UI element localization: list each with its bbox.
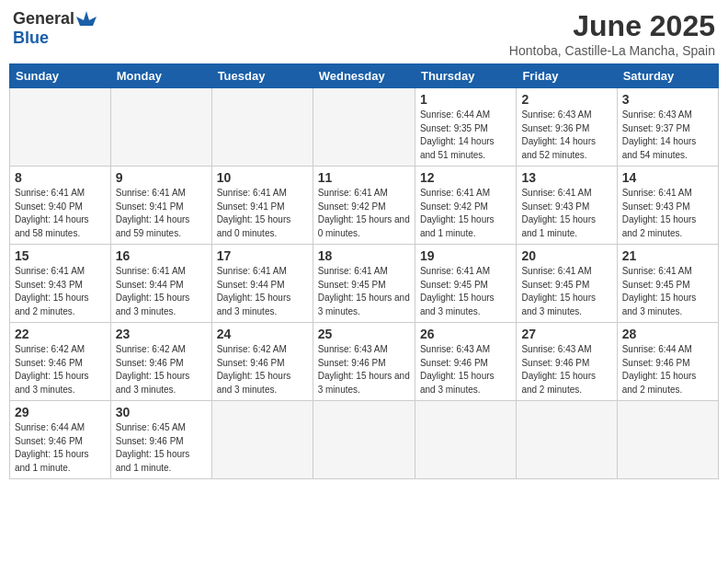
day-info: Sunrise: 6:41 AM Sunset: 9:43 PM Dayligh…	[15, 265, 106, 318]
day-number: 29	[15, 405, 106, 419]
day-number: 1	[420, 92, 511, 107]
calendar-cell: 3Sunrise: 6:43 AM Sunset: 9:37 PM Daylig…	[617, 88, 718, 167]
col-header-sunday: Sunday	[10, 64, 111, 88]
day-info: Sunrise: 6:42 AM Sunset: 9:46 PM Dayligh…	[217, 343, 308, 396]
calendar-cell: 16Sunrise: 6:41 AM Sunset: 9:44 PM Dayli…	[110, 245, 211, 323]
day-number: 24	[217, 327, 308, 341]
day-number: 9	[116, 170, 207, 185]
calendar-cell: 20Sunrise: 6:41 AM Sunset: 9:45 PM Dayli…	[517, 245, 617, 323]
day-info: Sunrise: 6:44 AM Sunset: 9:35 PM Dayligh…	[420, 109, 511, 162]
day-number: 21	[622, 248, 713, 263]
calendar-cell: 2Sunrise: 6:43 AM Sunset: 9:36 PM Daylig…	[517, 88, 617, 167]
col-header-monday: Monday	[110, 64, 211, 88]
day-info: Sunrise: 6:41 AM Sunset: 9:44 PM Dayligh…	[217, 265, 308, 318]
col-header-friday: Friday	[517, 64, 617, 88]
day-info: Sunrise: 6:41 AM Sunset: 9:45 PM Dayligh…	[622, 265, 713, 318]
day-info: Sunrise: 6:44 AM Sunset: 9:46 PM Dayligh…	[15, 421, 106, 475]
calendar-cell: 24Sunrise: 6:42 AM Sunset: 9:46 PM Dayli…	[211, 323, 313, 401]
day-number: 26	[420, 327, 511, 341]
day-info: Sunrise: 6:41 AM Sunset: 9:44 PM Dayligh…	[116, 265, 207, 318]
day-number: 18	[318, 248, 410, 263]
location: Hontoba, Castille-La Mancha, Spain	[509, 43, 715, 58]
calendar-cell: 13Sunrise: 6:41 AM Sunset: 9:43 PM Dayli…	[517, 167, 617, 245]
calendar-week-4: 22Sunrise: 6:42 AM Sunset: 9:46 PM Dayli…	[10, 323, 719, 401]
day-number: 17	[217, 248, 308, 263]
day-number: 8	[15, 170, 106, 185]
calendar-table: SundayMondayTuesdayWednesdayThursdayFrid…	[9, 63, 719, 479]
day-number: 23	[116, 327, 207, 341]
month-title: June 2025	[509, 9, 715, 43]
calendar-header-row: SundayMondayTuesdayWednesdayThursdayFrid…	[10, 64, 719, 88]
logo-icon	[76, 9, 97, 28]
calendar-cell: 17Sunrise: 6:41 AM Sunset: 9:44 PM Dayli…	[211, 245, 313, 323]
logo: General Blue	[13, 9, 97, 48]
day-info: Sunrise: 6:41 AM Sunset: 9:42 PM Dayligh…	[420, 187, 511, 240]
calendar-cell: 30Sunrise: 6:45 AM Sunset: 9:46 PM Dayli…	[110, 401, 211, 479]
calendar-cell: 25Sunrise: 6:43 AM Sunset: 9:46 PM Dayli…	[313, 323, 415, 401]
day-number: 11	[318, 170, 410, 185]
day-info: Sunrise: 6:41 AM Sunset: 9:43 PM Dayligh…	[622, 187, 713, 240]
day-number: 10	[217, 170, 308, 185]
day-info: Sunrise: 6:45 AM Sunset: 9:46 PM Dayligh…	[116, 421, 207, 475]
calendar-week-5: 29Sunrise: 6:44 AM Sunset: 9:46 PM Dayli…	[10, 401, 719, 479]
calendar-cell: 15Sunrise: 6:41 AM Sunset: 9:43 PM Dayli…	[10, 245, 111, 323]
page-header: General Blue June 2025 Hontoba, Castille…	[9, 9, 719, 58]
day-number: 3	[622, 92, 713, 107]
day-number: 19	[420, 248, 511, 263]
day-info: Sunrise: 6:41 AM Sunset: 9:41 PM Dayligh…	[116, 187, 207, 240]
day-info: Sunrise: 6:42 AM Sunset: 9:46 PM Dayligh…	[116, 343, 207, 396]
day-info: Sunrise: 6:43 AM Sunset: 9:36 PM Dayligh…	[521, 109, 611, 162]
day-number: 12	[420, 170, 511, 185]
calendar-cell: 28Sunrise: 6:44 AM Sunset: 9:46 PM Dayli…	[617, 323, 718, 401]
calendar-cell: 18Sunrise: 6:41 AM Sunset: 9:45 PM Dayli…	[313, 245, 415, 323]
calendar-cell: 22Sunrise: 6:42 AM Sunset: 9:46 PM Dayli…	[10, 323, 111, 401]
day-info: Sunrise: 6:43 AM Sunset: 9:46 PM Dayligh…	[521, 343, 611, 396]
logo-blue-text: Blue	[13, 29, 49, 47]
calendar-week-3: 15Sunrise: 6:41 AM Sunset: 9:43 PM Dayli…	[10, 245, 719, 323]
calendar-week-2: 8Sunrise: 6:41 AM Sunset: 9:40 PM Daylig…	[10, 167, 719, 245]
calendar-cell: 23Sunrise: 6:42 AM Sunset: 9:46 PM Dayli…	[110, 323, 211, 401]
day-number: 27	[521, 327, 611, 341]
logo-general-text: General	[13, 9, 74, 29]
calendar-cell	[517, 401, 617, 479]
col-header-tuesday: Tuesday	[211, 64, 313, 88]
col-header-wednesday: Wednesday	[313, 64, 415, 88]
calendar-cell	[313, 88, 415, 167]
day-number: 25	[318, 327, 410, 341]
day-number: 16	[116, 248, 207, 263]
title-area: June 2025 Hontoba, Castille-La Mancha, S…	[509, 9, 715, 58]
calendar-cell: 12Sunrise: 6:41 AM Sunset: 9:42 PM Dayli…	[415, 167, 516, 245]
calendar-cell	[211, 88, 313, 167]
day-number: 2	[521, 92, 611, 107]
calendar-cell: 1Sunrise: 6:44 AM Sunset: 9:35 PM Daylig…	[415, 88, 516, 167]
day-info: Sunrise: 6:42 AM Sunset: 9:46 PM Dayligh…	[15, 343, 106, 396]
calendar-cell	[110, 88, 211, 167]
svg-marker-0	[76, 11, 97, 26]
day-number: 14	[622, 170, 713, 185]
day-number: 20	[521, 248, 611, 263]
calendar-cell	[617, 401, 718, 479]
calendar-cell: 9Sunrise: 6:41 AM Sunset: 9:41 PM Daylig…	[110, 167, 211, 245]
calendar-cell: 11Sunrise: 6:41 AM Sunset: 9:42 PM Dayli…	[313, 167, 415, 245]
day-info: Sunrise: 6:41 AM Sunset: 9:45 PM Dayligh…	[521, 265, 611, 318]
day-info: Sunrise: 6:41 AM Sunset: 9:45 PM Dayligh…	[420, 265, 511, 318]
calendar-cell	[415, 401, 516, 479]
calendar-week-1: 1Sunrise: 6:44 AM Sunset: 9:35 PM Daylig…	[10, 88, 719, 167]
calendar-cell: 21Sunrise: 6:41 AM Sunset: 9:45 PM Dayli…	[617, 245, 718, 323]
day-info: Sunrise: 6:41 AM Sunset: 9:41 PM Dayligh…	[217, 187, 308, 240]
day-info: Sunrise: 6:44 AM Sunset: 9:46 PM Dayligh…	[622, 343, 713, 396]
day-number: 13	[521, 170, 611, 185]
day-info: Sunrise: 6:41 AM Sunset: 9:45 PM Dayligh…	[318, 265, 410, 318]
col-header-saturday: Saturday	[617, 64, 718, 88]
calendar-cell	[313, 401, 415, 479]
calendar-cell: 8Sunrise: 6:41 AM Sunset: 9:40 PM Daylig…	[10, 167, 111, 245]
day-number: 15	[15, 248, 106, 263]
day-info: Sunrise: 6:41 AM Sunset: 9:42 PM Dayligh…	[318, 187, 410, 240]
calendar-cell: 19Sunrise: 6:41 AM Sunset: 9:45 PM Dayli…	[415, 245, 516, 323]
day-number: 22	[15, 327, 106, 341]
day-info: Sunrise: 6:41 AM Sunset: 9:40 PM Dayligh…	[15, 187, 106, 240]
calendar-cell: 29Sunrise: 6:44 AM Sunset: 9:46 PM Dayli…	[10, 401, 111, 479]
calendar-cell	[211, 401, 313, 479]
calendar-cell: 14Sunrise: 6:41 AM Sunset: 9:43 PM Dayli…	[617, 167, 718, 245]
day-info: Sunrise: 6:43 AM Sunset: 9:46 PM Dayligh…	[420, 343, 511, 396]
